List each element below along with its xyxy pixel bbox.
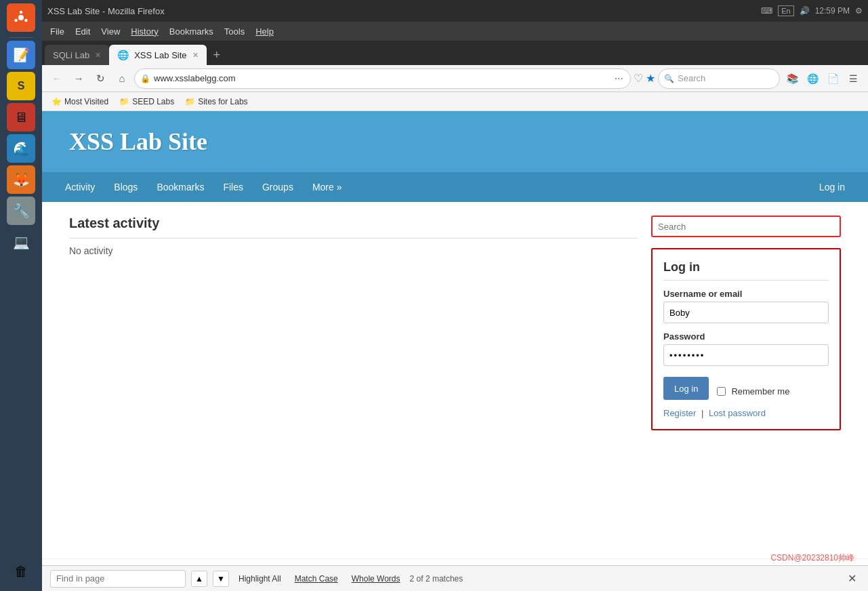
tab-add-button[interactable]: + (211, 45, 224, 65)
taskbar-wireshark-icon[interactable]: 🌊 (7, 134, 35, 163)
bookmark-star-icon[interactable]: ★ (646, 72, 655, 85)
find-matches-count: 2 of 2 matches (410, 574, 463, 584)
tab-sqli[interactable]: SQLi Lab ✕ (45, 45, 109, 65)
remember-checkbox[interactable] (717, 387, 726, 396)
bookmark-most-visited-label: Most Visited (64, 97, 108, 106)
find-prev-button[interactable]: ▲ (191, 571, 207, 587)
link-separator: | (701, 408, 703, 418)
remember-label: Remember me (731, 386, 789, 396)
save-to-pocket-icon[interactable]: ♡ (634, 72, 643, 85)
site-header: XSS Lab Site (42, 111, 868, 172)
svg-point-4 (14, 19, 17, 22)
sidebar: Log in Username or email Password Log in… (651, 216, 841, 545)
login-box: Log in Username or email Password Log in… (651, 248, 841, 430)
menu-icon[interactable]: ☰ (844, 69, 863, 88)
title-bar-icons: ⌨ En 🔊 12:59 PM ⚙ (761, 5, 863, 16)
menu-bookmarks[interactable]: Bookmarks (164, 25, 219, 38)
svg-point-1 (18, 15, 24, 20)
login-title: Log in (663, 260, 829, 281)
tab-xss[interactable]: 🌐 XSS Lab Site ✕ (109, 45, 206, 65)
refresh-button[interactable]: ↻ (91, 69, 110, 88)
menu-history[interactable]: History (125, 25, 163, 38)
nav-files[interactable]: Files (213, 175, 253, 199)
taskbar-terminal2-icon[interactable]: 💻 (7, 228, 35, 256)
menu-file[interactable]: File (45, 25, 70, 38)
folder-seed-icon: 📁 (119, 97, 129, 106)
menu-help[interactable]: Help (250, 25, 279, 38)
site-nav: Activity Blogs Bookmarks Files Groups Mo… (42, 172, 868, 202)
taskbar-terminal-icon[interactable]: 🖥 (7, 103, 35, 131)
username-input[interactable] (663, 302, 829, 323)
tab-bar: SQLi Lab ✕ 🌐 XSS Lab Site ✕ + (42, 41, 868, 65)
find-bar: ▲ ▼ Highlight All Match Case Whole Words… (42, 565, 868, 591)
bookmark-sites-for-labs[interactable]: 📁 Sites for Labs (181, 96, 251, 108)
menu-bar: File Edit View History Bookmarks Tools H… (42, 22, 868, 41)
back-button[interactable]: ← (47, 69, 66, 88)
nav-more[interactable]: More » (303, 175, 352, 199)
title-bar: XSS Lab Site - Mozilla Firefox ⌨ En 🔊 12… (42, 0, 868, 22)
menu-view[interactable]: View (96, 25, 125, 38)
bookmark-most-visited[interactable]: ⭐ Most Visited (47, 96, 112, 108)
taskbar-settings-icon[interactable]: 🔧 (7, 197, 35, 225)
tab-sqli-close[interactable]: ✕ (95, 51, 101, 60)
username-label: Username or email (663, 289, 829, 299)
reader-icon[interactable]: 📄 (823, 69, 842, 88)
home-button[interactable]: ⌂ (112, 69, 131, 88)
tab-xss-label: XSS Lab Site (134, 50, 186, 60)
find-close-button[interactable]: ✕ (844, 571, 860, 587)
menu-edit[interactable]: Edit (70, 25, 96, 38)
nav-right-icons: ♡ ★ 🔍 Search 📚 🌐 📄 ☰ (634, 68, 863, 89)
star-bookmark-icon: ⭐ (51, 97, 62, 106)
sidebar-search-input[interactable] (651, 216, 841, 237)
nav-activity[interactable]: Activity (56, 175, 104, 199)
nav-bookmarks[interactable]: Bookmarks (147, 175, 213, 199)
volume-icon: 🔊 (800, 6, 810, 16)
sync-icon[interactable]: 🌐 (803, 69, 822, 88)
lost-password-link[interactable]: Lost password (709, 408, 766, 418)
site-title: XSS Lab Site (69, 127, 841, 156)
bookmarks-bar: ⭐ Most Visited 📁 SEED Labs 📁 Sites for L… (42, 92, 868, 111)
activity-section: Latest activity No activity (69, 216, 638, 545)
password-input[interactable] (663, 344, 829, 366)
taskbar-separator (9, 37, 33, 38)
address-bar[interactable]: 🔒 www.xsslabelgg.com ··· (134, 68, 631, 89)
nav-blogs[interactable]: Blogs (104, 175, 147, 199)
bookmark-seed-labs[interactable]: 📁 SEED Labs (115, 96, 178, 108)
nav-groups[interactable]: Groups (253, 175, 303, 199)
taskbar-trash-icon[interactable]: 🗑 (7, 557, 35, 586)
find-input[interactable] (50, 570, 186, 588)
address-menu-icon[interactable]: ··· (615, 73, 623, 85)
password-label: Password (663, 331, 829, 342)
forward-button[interactable]: → (69, 69, 88, 88)
address-url: www.xsslabelgg.com (154, 73, 236, 83)
page-content: XSS Lab Site Activity Blogs Bookmarks Fi… (42, 111, 868, 591)
login-links: Register | Lost password (663, 408, 829, 418)
taskbar-s-icon[interactable]: S (7, 72, 35, 100)
search-placeholder: Search (678, 73, 705, 83)
tab-xss-close[interactable]: ✕ (192, 51, 199, 60)
search-icon: 🔍 (664, 74, 674, 83)
nav-action-icons: 📚 🌐 📄 ☰ (783, 69, 863, 88)
keyboard-icon: ⌨ (761, 6, 772, 16)
taskbar-files-icon[interactable]: 📝 (7, 41, 35, 69)
lang-icon: En (778, 5, 793, 16)
find-next-button[interactable]: ▼ (213, 571, 229, 587)
browser-search-bar[interactable]: 🔍 Search (658, 68, 780, 89)
nav-login[interactable]: Log in (810, 175, 854, 199)
power-icon[interactable]: ⚙ (855, 6, 863, 16)
whole-words-option[interactable]: Whole Words (348, 573, 405, 585)
library-icon[interactable]: 📚 (783, 69, 802, 88)
taskbar: 📝 S 🖥 🌊 🦊 🔧 💻 🗑 (0, 0, 42, 591)
login-button[interactable]: Log in (663, 377, 709, 400)
bookmark-seed-label: SEED Labs (132, 97, 174, 106)
taskbar-firefox-icon[interactable]: 🦊 (7, 165, 35, 194)
menu-tools[interactable]: Tools (219, 25, 250, 38)
bookmark-sites-label: Sites for Labs (198, 97, 247, 106)
time-display: 12:59 PM (815, 6, 850, 16)
nav-bar: ← → ↻ ⌂ 🔒 www.xsslabelgg.com ··· ♡ ★ 🔍 S… (42, 65, 868, 92)
register-link[interactable]: Register (663, 408, 696, 418)
svg-point-3 (24, 19, 27, 22)
match-case-option[interactable]: Match Case (291, 573, 342, 585)
taskbar-ubuntu-icon[interactable] (7, 3, 35, 32)
highlight-all-option[interactable]: Highlight All (234, 573, 285, 585)
